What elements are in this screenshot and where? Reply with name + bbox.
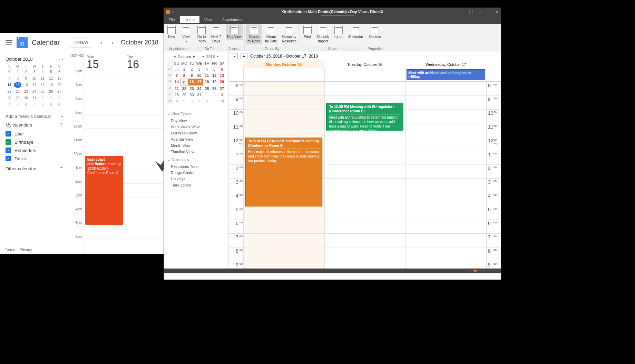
mini-day[interactable]: 7 bbox=[6, 75, 13, 81]
other-calendars-head[interactable]: Other calendars⌃ bbox=[6, 166, 63, 171]
mini-day[interactable]: 25 bbox=[203, 85, 211, 92]
calendar-item[interactable]: ✓Tasks bbox=[6, 154, 63, 163]
mini-day[interactable]: 15 bbox=[180, 79, 188, 85]
checkbox-icon[interactable]: ✓ bbox=[6, 148, 11, 153]
mini-prev-icon[interactable]: ‹ bbox=[59, 57, 60, 62]
mini-day[interactable]: 31 bbox=[196, 92, 203, 98]
view-type-item[interactable]: Month View bbox=[167, 142, 225, 149]
view-type-item[interactable]: Work Week View bbox=[167, 124, 225, 130]
day-col-tue[interactable]: To 12:30 PM Meeting with EU regulators (… bbox=[324, 82, 406, 269]
mini-day[interactable]: 9 bbox=[22, 75, 30, 81]
mini-day[interactable]: 2 bbox=[188, 66, 196, 72]
mini-day[interactable]: 19 bbox=[47, 82, 55, 88]
mini-day[interactable]: 22 bbox=[180, 85, 188, 92]
mini-day[interactable]: 14 bbox=[173, 79, 180, 85]
checkbox-icon[interactable]: ✓ bbox=[6, 156, 11, 161]
mini-day[interactable]: 10 bbox=[196, 72, 203, 79]
mini-day[interactable]: 4 bbox=[6, 102, 13, 108]
mini-day[interactable]: 3 bbox=[30, 69, 38, 75]
mini-day[interactable]: 7 bbox=[30, 102, 38, 108]
mini-day[interactable]: 17 bbox=[30, 82, 38, 88]
calendar-option-item[interactable]: Time Zones bbox=[167, 182, 225, 188]
mini-day[interactable]: 7 bbox=[196, 98, 203, 104]
ribbon-print[interactable]: Print bbox=[301, 24, 314, 44]
mini-day[interactable]: 6 bbox=[218, 66, 226, 72]
calendar-item[interactable]: ✓User bbox=[6, 130, 63, 138]
mini-day[interactable]: 31 bbox=[30, 95, 38, 101]
today-button[interactable]: TODAY bbox=[69, 38, 93, 48]
mini-day[interactable]: 26 bbox=[47, 89, 55, 94]
checkbox-icon[interactable]: ✓ bbox=[6, 131, 11, 136]
minimize-icon[interactable]: — bbox=[478, 10, 482, 14]
mini-day[interactable]: 9 bbox=[211, 98, 218, 104]
allday-mon[interactable] bbox=[243, 68, 324, 81]
tab-appointment[interactable]: Appointment bbox=[217, 16, 248, 23]
mini-day[interactable]: 21 bbox=[6, 89, 13, 94]
mini-day[interactable]: 20 bbox=[218, 79, 226, 85]
ribbon-outlook[interactable]: OutlookImport bbox=[316, 24, 330, 44]
event-mon[interactable]: To 5:10 PM East-coast distributors meeti… bbox=[245, 138, 322, 206]
view-type-item[interactable]: Timeline View bbox=[167, 149, 225, 155]
checkbox-icon[interactable]: ✓ bbox=[6, 139, 11, 145]
mini-day[interactable]: 22 bbox=[14, 89, 21, 94]
view-type-item[interactable]: Full Week View bbox=[167, 130, 225, 136]
plus-icon[interactable]: + bbox=[60, 114, 63, 119]
ribbon-options[interactable]: Options bbox=[368, 24, 382, 40]
day-col-wed[interactable] bbox=[405, 82, 486, 269]
mini-day[interactable]: 10 bbox=[218, 98, 226, 104]
calendar-option-item[interactable]: Holidays bbox=[167, 176, 225, 182]
mini-day[interactable]: 4 bbox=[203, 66, 211, 72]
mini-day[interactable]: 24 bbox=[30, 89, 38, 94]
mini-day[interactable]: 26 bbox=[211, 85, 218, 92]
mini-day[interactable]: 7 bbox=[173, 72, 180, 79]
allday-tue[interactable] bbox=[324, 68, 406, 81]
mini-day[interactable]: 27 bbox=[56, 89, 63, 94]
mini-day[interactable]: 10 bbox=[30, 75, 38, 81]
calendar-option-item[interactable]: Range Control bbox=[167, 170, 225, 176]
mini-day[interactable]: 12 bbox=[211, 72, 218, 79]
mini-day[interactable]: 5 bbox=[47, 69, 55, 75]
ribbon-import[interactable]: Import bbox=[332, 24, 345, 44]
mini-day[interactable]: 29 bbox=[14, 95, 21, 101]
allday-event-wed[interactable]: Meet with architect and soil engineers (… bbox=[407, 69, 485, 80]
mini-day[interactable]: 17 bbox=[196, 79, 203, 85]
mini-day[interactable]: 1 bbox=[14, 69, 21, 75]
ribbon-group[interactable]: Groupby None bbox=[246, 24, 262, 44]
gcal-event[interactable]: East-coast distributors meeting12:00-5:1… bbox=[85, 156, 123, 225]
view-types-head[interactable]: View Types bbox=[167, 112, 225, 116]
ribbon-new[interactable]: New bbox=[165, 24, 178, 44]
mini-day[interactable]: 29 bbox=[180, 92, 188, 98]
next-icon[interactable]: › bbox=[108, 39, 117, 47]
close-icon[interactable]: ✕ bbox=[496, 10, 499, 14]
ribbon-group-by[interactable]: Group byResource bbox=[281, 24, 298, 44]
calendar-item[interactable]: ✓Birthdays bbox=[6, 138, 63, 146]
mini-day[interactable]: 6 bbox=[188, 98, 196, 104]
mini-day[interactable]: 3 bbox=[196, 66, 203, 72]
day-column[interactable]: Mon15East-coast distributors meeting12:0… bbox=[84, 52, 124, 254]
footer-links[interactable]: Terms – Privacy bbox=[5, 247, 32, 252]
mini-day[interactable]: 2 bbox=[22, 69, 30, 75]
mini-day[interactable]: 3 bbox=[218, 92, 226, 98]
view-type-item[interactable]: Agenda View bbox=[167, 136, 225, 142]
mini-day[interactable]: 30 bbox=[6, 69, 13, 75]
mini-day[interactable]: 18 bbox=[39, 82, 47, 88]
mini-day[interactable]: 24 bbox=[196, 85, 203, 92]
mini-day[interactable]: 30 bbox=[173, 66, 180, 72]
day-header-mon[interactable]: Monday, October 15 bbox=[243, 61, 324, 68]
view-type-item[interactable]: Day View bbox=[167, 118, 225, 124]
mini-day[interactable]: 8 bbox=[39, 102, 47, 108]
mini-day[interactable]: 28 bbox=[173, 92, 180, 98]
mini-day[interactable]: 27 bbox=[218, 85, 226, 92]
allday-wed[interactable]: Meet with architect and soil engineers (… bbox=[405, 68, 486, 81]
day-header-tue[interactable]: Tuesday, October 16 bbox=[324, 61, 406, 68]
day-col-mon[interactable]: To 5:10 PM East-coast distributors meeti… bbox=[243, 82, 324, 269]
fullscreen-icon[interactable]: ⛶ bbox=[469, 10, 473, 14]
mini-day[interactable]: 5 bbox=[14, 102, 21, 108]
prev-range-icon[interactable]: ◂ bbox=[231, 53, 238, 59]
mini-day[interactable]: 8 bbox=[14, 75, 21, 81]
tab-home[interactable]: Home bbox=[180, 16, 199, 23]
mini-day[interactable]: 6 bbox=[22, 102, 30, 108]
mini-day[interactable]: 30 bbox=[22, 95, 30, 101]
ribbon-view[interactable]: View▾ bbox=[180, 24, 192, 44]
mini-day[interactable]: 8 bbox=[180, 72, 188, 79]
